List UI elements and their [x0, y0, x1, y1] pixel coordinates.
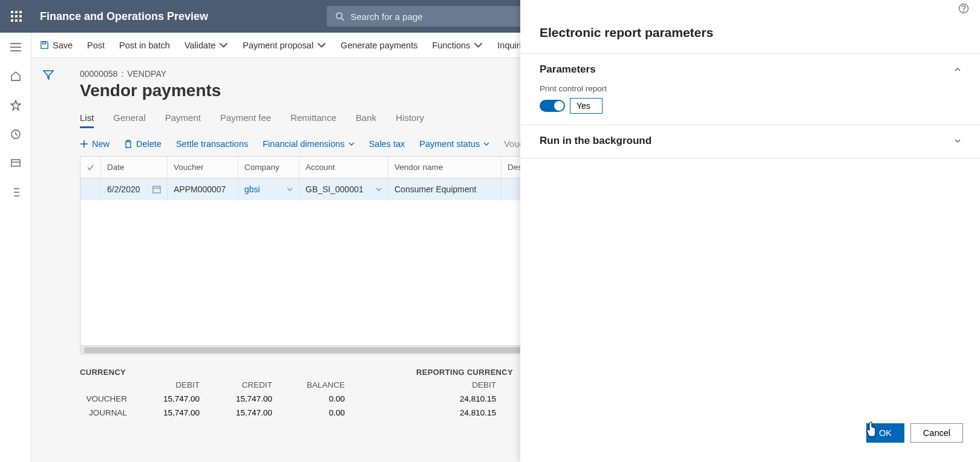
col-account[interactable]: Account	[299, 157, 388, 178]
help-icon[interactable]	[958, 3, 969, 14]
post-label: Post	[87, 41, 105, 50]
save-button[interactable]: Save	[40, 41, 73, 50]
parameters-section: Parameters Print control report Yes	[520, 53, 980, 125]
sales-tax-label: Sales tax	[369, 139, 405, 149]
cancel-button[interactable]: Cancel	[910, 423, 963, 443]
debit-header: DEBIT	[132, 380, 204, 389]
balance-header: BALANCE	[277, 380, 350, 389]
tab-history[interactable]: History	[396, 112, 424, 128]
settle-label: Settle transactions	[176, 139, 248, 149]
functions-button[interactable]: Functions	[432, 41, 483, 50]
cell-voucher-value: APPM000007	[174, 184, 226, 194]
svg-rect-6	[11, 160, 20, 166]
post-button[interactable]: Post	[87, 41, 105, 50]
col-vendor-name[interactable]: Vendor name	[388, 157, 501, 178]
currency-title: CURRENCY	[80, 368, 350, 377]
search-icon	[335, 11, 344, 21]
row-checkbox[interactable]	[80, 178, 101, 200]
journal-credit: 15,747.00	[204, 408, 277, 417]
currency-summary: CURRENCY DEBIT CREDIT BALANCE VOUCHER 15…	[80, 368, 350, 417]
modules-icon[interactable]	[8, 185, 23, 200]
rep-journal-debit: 24,810.15	[428, 408, 501, 417]
select-all-checkbox[interactable]	[80, 157, 101, 178]
payment-proposal-label: Payment proposal	[243, 41, 313, 50]
svg-point-0	[336, 13, 342, 19]
tab-payment[interactable]: Payment	[165, 112, 201, 128]
cell-vendor-name-value: Consumer Equipment	[394, 184, 476, 194]
filter-icon[interactable]	[42, 69, 54, 81]
save-label: Save	[53, 41, 73, 50]
credit-header: CREDIT	[204, 380, 277, 389]
tab-payment-fee[interactable]: Payment fee	[220, 112, 271, 128]
chevron-down-icon	[348, 141, 354, 147]
breadcrumb-sep: :	[121, 69, 123, 79]
col-voucher[interactable]: Voucher	[168, 157, 238, 178]
delete-label: Delete	[136, 139, 162, 149]
print-control-toggle-row: Yes	[540, 98, 961, 114]
app-title: Finance and Operations Preview	[40, 10, 208, 23]
payment-status-label: Payment status	[419, 139, 480, 149]
fin-dims-button[interactable]: Financial dimensions	[263, 139, 354, 149]
col-date[interactable]: Date	[101, 157, 168, 178]
cell-company-value: gbsi	[244, 184, 260, 194]
delete-button[interactable]: Delete	[124, 139, 162, 149]
tab-bank[interactable]: Bank	[356, 112, 376, 128]
run-bg-section-title: Run in the background	[540, 135, 652, 147]
cell-account[interactable]: GB_SI_000001	[299, 178, 388, 200]
run-in-background-section: Run in the background	[520, 125, 980, 158]
payment-proposal-button[interactable]: Payment proposal	[243, 41, 326, 50]
calendar-icon[interactable]	[152, 185, 161, 194]
voucher-row-label: VOUCHER	[80, 394, 132, 403]
tab-remittance[interactable]: Remittance	[290, 112, 336, 128]
breadcrumb-name: VENDPAY	[127, 69, 166, 79]
settle-button[interactable]: Settle transactions	[176, 139, 248, 149]
functions-label: Functions	[432, 41, 470, 50]
parameters-header[interactable]: Parameters	[540, 63, 961, 76]
star-icon[interactable]	[8, 98, 23, 112]
validate-label: Validate	[185, 41, 215, 50]
new-button[interactable]: New	[80, 139, 109, 149]
rep-voucher-debit: 24,810.15	[428, 394, 501, 403]
app-launcher-icon[interactable]	[0, 0, 33, 33]
cell-company[interactable]: gbsi	[238, 178, 299, 200]
generate-payments-button[interactable]: Generate payments	[341, 41, 417, 50]
chevron-down-icon[interactable]	[376, 186, 382, 192]
svg-point-20	[963, 11, 964, 11]
svg-rect-14	[43, 42, 46, 44]
workspace-icon[interactable]	[8, 156, 23, 171]
hamburger-icon[interactable]	[8, 40, 23, 54]
svg-line-1	[342, 18, 344, 21]
chevron-down-icon	[955, 138, 961, 144]
cell-voucher[interactable]: APPM000007	[168, 178, 238, 200]
cell-date[interactable]: 6/2/2020	[101, 178, 168, 200]
col-company[interactable]: Company	[238, 157, 299, 178]
post-batch-label: Post in batch	[119, 41, 170, 50]
cell-vendor-name[interactable]: Consumer Equipment	[388, 178, 501, 200]
svg-rect-17	[153, 186, 160, 193]
generate-payments-label: Generate payments	[341, 41, 417, 50]
ok-button[interactable]: OK	[866, 423, 904, 443]
tab-list[interactable]: List	[80, 112, 94, 128]
plus-icon	[80, 140, 88, 148]
validate-button[interactable]: Validate	[185, 41, 228, 50]
tab-general[interactable]: General	[113, 112, 145, 128]
flyout-footer: OK Cancel	[520, 412, 980, 462]
chevron-down-icon	[474, 41, 483, 50]
debit-header-2: DEBIT	[428, 380, 501, 389]
journal-debit: 15,747.00	[132, 408, 204, 417]
print-control-toggle-value[interactable]: Yes	[570, 98, 603, 114]
run-in-background-header[interactable]: Run in the background	[540, 135, 961, 147]
parameters-body: Print control report Yes	[540, 84, 961, 114]
post-batch-button[interactable]: Post in batch	[119, 41, 170, 50]
print-control-toggle[interactable]	[540, 100, 565, 112]
recent-icon[interactable]	[8, 127, 23, 142]
sales-tax-button[interactable]: Sales tax	[369, 139, 405, 149]
home-icon[interactable]	[8, 69, 23, 83]
journal-row-label: JOURNAL	[80, 408, 132, 417]
chevron-down-icon[interactable]	[287, 186, 293, 192]
voucher-credit: 15,747.00	[204, 394, 277, 403]
chevron-down-icon	[317, 41, 326, 50]
cell-account-value: GB_SI_000001	[305, 184, 364, 194]
payment-status-button[interactable]: Payment status	[419, 139, 489, 149]
print-control-label: Print control report	[540, 84, 961, 93]
